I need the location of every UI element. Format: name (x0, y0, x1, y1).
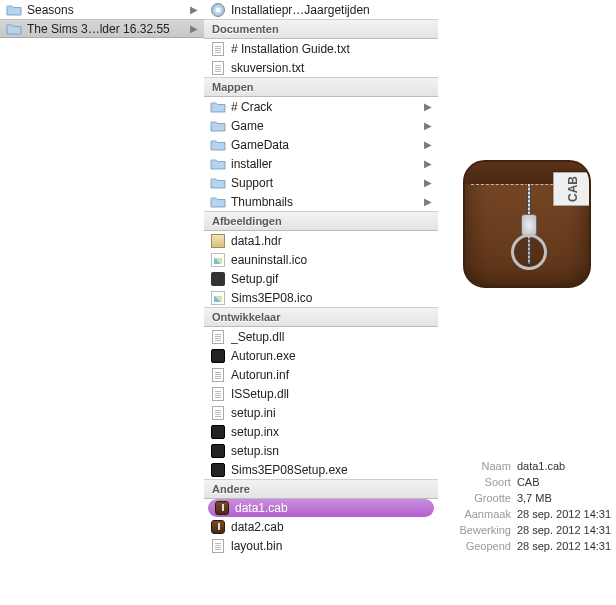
row-label: GameData (231, 138, 419, 152)
page-ico-icon (210, 405, 226, 421)
folder-icon (210, 118, 226, 134)
file-row[interactable]: layout.bin (204, 536, 438, 555)
preview-column: CAB Naamdata1.cab SoortCAB Grootte3,7 MB… (438, 0, 616, 605)
column-2: Installatiepr…Jaargetijden Documenten# I… (204, 0, 438, 605)
file-row[interactable]: setup.isn (204, 441, 438, 460)
cab-tag: CAB (553, 172, 591, 206)
row-label: setup.isn (231, 444, 436, 458)
chevron-right-icon: ▶ (424, 101, 436, 112)
row-label: Thumbnails (231, 195, 419, 209)
file-row[interactable]: data1.hdr (204, 231, 438, 250)
chevron-right-icon: ▶ (190, 23, 202, 34)
file-row[interactable]: _Setup.dll (204, 327, 438, 346)
folder-icon (210, 194, 226, 210)
file-row[interactable]: eauninstall.ico (204, 250, 438, 269)
row-label: data1.cab (235, 501, 432, 515)
file-row[interactable]: data1.cab (208, 499, 434, 517)
gif-ico-icon (210, 271, 226, 287)
row-label: Support (231, 176, 419, 190)
meta-row-name: Naamdata1.cab (443, 458, 611, 474)
folder-row[interactable]: Thumbnails▶ (204, 192, 438, 211)
page-ico-icon (210, 329, 226, 345)
row-label: Setup.gif (231, 272, 436, 286)
meta-row-created: Aanmaak28 sep. 2012 14:31 (443, 506, 611, 522)
file-row[interactable]: # Installation Guide.txt (204, 39, 438, 58)
folder-row[interactable]: Support▶ (204, 173, 438, 192)
chevron-right-icon: ▶ (424, 177, 436, 188)
section-header: Ontwikkelaar (204, 307, 438, 327)
file-row[interactable]: ISSetup.dll (204, 384, 438, 403)
meta-row-opened: Geopend28 sep. 2012 14:31 (443, 538, 611, 554)
row-label: Autorun.inf (231, 368, 436, 382)
row-label: Seasons (27, 3, 185, 17)
folder-icon (6, 21, 22, 37)
page-ico-icon (210, 60, 226, 76)
file-row[interactable]: Sims3EP08.ico (204, 288, 438, 307)
exe-ico-icon (210, 462, 226, 478)
preview-metadata: Naamdata1.cab SoortCAB Grootte3,7 MB Aan… (443, 458, 611, 554)
row-label: installer (231, 157, 419, 171)
page-ico-icon (210, 367, 226, 383)
meta-row-size: Grootte3,7 MB (443, 490, 611, 506)
file-row[interactable]: data2.cab (204, 517, 438, 536)
exe-ico-icon (210, 424, 226, 440)
row-label: # Crack (231, 100, 419, 114)
row-label: setup.ini (231, 406, 436, 420)
row-label: eauninstall.ico (231, 253, 436, 267)
preview-box: CAB Naamdata1.cab SoortCAB Grootte3,7 MB… (438, 0, 616, 554)
folder-icon (210, 99, 226, 115)
section-header: Afbeeldingen (204, 211, 438, 231)
file-row[interactable]: Installatiepr…Jaargetijden (204, 0, 438, 19)
cab-small-icon (214, 500, 230, 516)
row-label: Sims3EP08.ico (231, 291, 436, 305)
file-row[interactable]: Setup.gif (204, 269, 438, 288)
disc-ico-icon (210, 2, 226, 18)
row-label: setup.inx (231, 425, 436, 439)
file-row[interactable]: Autorun.exe (204, 346, 438, 365)
folder-icon (210, 137, 226, 153)
folder-row[interactable]: # Crack▶ (204, 97, 438, 116)
page-ico-icon (210, 41, 226, 57)
file-row[interactable]: Autorun.inf (204, 365, 438, 384)
img-ico-icon (210, 290, 226, 306)
page-ico-icon (210, 538, 226, 554)
row-label: Autorun.exe (231, 349, 436, 363)
row-label: ISSetup.dll (231, 387, 436, 401)
chevron-right-icon: ▶ (424, 196, 436, 207)
chevron-right-icon: ▶ (424, 139, 436, 150)
folder-icon (210, 175, 226, 191)
row-label: Installatiepr…Jaargetijden (231, 3, 436, 17)
chevron-right-icon: ▶ (424, 120, 436, 131)
folder-icon (210, 156, 226, 172)
file-row[interactable]: setup.inx (204, 422, 438, 441)
box-ico-icon (210, 233, 226, 249)
exe-ico-icon (210, 443, 226, 459)
row-label: The Sims 3…lder 16.32.55 (27, 22, 185, 36)
file-row[interactable]: skuversion.txt (204, 58, 438, 77)
folder-row[interactable]: installer▶ (204, 154, 438, 173)
meta-row-kind: SoortCAB (443, 474, 611, 490)
row-label: data1.hdr (231, 234, 436, 248)
row-label: data2.cab (231, 520, 436, 534)
cab-small-icon (210, 519, 226, 535)
row-label: Sims3EP08Setup.exe (231, 463, 436, 477)
row-label: skuversion.txt (231, 61, 436, 75)
row-label: # Installation Guide.txt (231, 42, 436, 56)
folder-row[interactable]: GameData▶ (204, 135, 438, 154)
preview-icon-cab: CAB (463, 160, 591, 288)
column-1: Seasons▶The Sims 3…lder 16.32.55▶ (0, 0, 204, 605)
row-label: _Setup.dll (231, 330, 436, 344)
section-header: Andere (204, 479, 438, 499)
row-label: Game (231, 119, 419, 133)
folder-row[interactable]: Game▶ (204, 116, 438, 135)
file-row[interactable]: Sims3EP08Setup.exe (204, 460, 438, 479)
folder-row[interactable]: Seasons▶ (0, 0, 204, 19)
chevron-right-icon: ▶ (424, 158, 436, 169)
section-header: Documenten (204, 19, 438, 39)
folder-row[interactable]: The Sims 3…lder 16.32.55▶ (0, 19, 204, 38)
meta-row-modified: Bewerking28 sep. 2012 14:31 (443, 522, 611, 538)
exe-ico-icon (210, 348, 226, 364)
row-label: layout.bin (231, 539, 436, 553)
file-row[interactable]: setup.ini (204, 403, 438, 422)
chevron-right-icon: ▶ (190, 4, 202, 15)
